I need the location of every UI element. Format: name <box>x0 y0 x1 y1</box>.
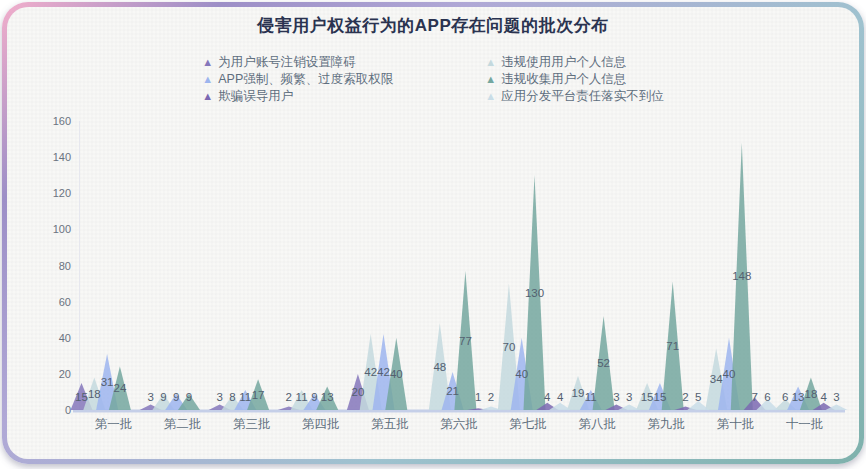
value-label: 70 <box>503 341 516 353</box>
chart-canvas: 0204060801001201401601533220189811424870… <box>7 7 859 459</box>
value-label: 5 <box>695 391 701 403</box>
value-label: 13 <box>792 391 805 403</box>
value-label: 52 <box>597 357 610 369</box>
value-label: 20 <box>352 386 365 398</box>
value-label: 148 <box>732 270 751 282</box>
value-label: 18 <box>805 388 818 400</box>
value-label: 48 <box>433 361 446 373</box>
value-label: 40 <box>723 368 736 380</box>
chart-card: 侵害用户权益行为的APP存在问题的批次分布 ▲为用户账号注销设置障碍▲APP强制… <box>7 7 859 459</box>
y-axis-tick-label: 120 <box>53 187 71 199</box>
value-label: 34 <box>710 373 723 385</box>
y-axis-tick-label: 160 <box>53 115 71 127</box>
value-label: 11 <box>239 391 251 403</box>
value-label: 2 <box>488 391 494 403</box>
value-label: 15 <box>654 391 667 403</box>
y-axis-tick-label: 100 <box>53 223 71 235</box>
value-label: 40 <box>515 368 528 380</box>
value-label: 19 <box>572 387 585 399</box>
value-label: 24 <box>114 382 127 394</box>
value-label: 77 <box>459 335 472 347</box>
value-label: 130 <box>525 287 544 299</box>
value-label: 4 <box>557 391 564 403</box>
value-label: 4 <box>544 391 551 403</box>
value-label: 3 <box>613 391 619 403</box>
value-label: 9 <box>173 391 179 403</box>
value-label: 17 <box>252 389 265 401</box>
x-axis-category-label: 第八批 <box>578 417 616 431</box>
value-label: 15 <box>641 391 654 403</box>
value-label: 11 <box>585 391 597 403</box>
value-label: 3 <box>833 391 839 403</box>
x-axis-category-label: 第四批 <box>302 417 340 431</box>
value-label: 21 <box>446 385 459 397</box>
value-label: 3 <box>626 391 632 403</box>
value-label: 71 <box>666 340 679 352</box>
value-label: 8 <box>229 391 235 403</box>
x-axis-category-label: 第十批 <box>717 417 755 431</box>
value-label: 1 <box>475 391 481 403</box>
x-axis-category-label: 第九批 <box>648 417 686 431</box>
y-axis-tick-label: 80 <box>59 260 71 272</box>
value-label: 3 <box>147 391 153 403</box>
value-label: 42 <box>364 366 377 378</box>
value-label: 31 <box>101 376 114 388</box>
value-label: 7 <box>751 391 757 403</box>
y-axis-tick-label: 0 <box>65 404 71 416</box>
value-label: 2 <box>682 391 688 403</box>
y-axis-tick-label: 60 <box>59 296 71 308</box>
x-axis-category-label: 第一批 <box>95 417 133 431</box>
y-axis-tick-label: 40 <box>59 332 71 344</box>
value-label: 42 <box>377 366 390 378</box>
value-label: 18 <box>88 388 101 400</box>
value-label: 9 <box>160 391 166 403</box>
value-label: 11 <box>296 391 308 403</box>
value-label: 2 <box>286 391 292 403</box>
value-label: 3 <box>216 391 222 403</box>
card-gradient-border: 侵害用户权益行为的APP存在问题的批次分布 ▲为用户账号注销设置障碍▲APP强制… <box>2 2 864 464</box>
value-label: 6 <box>782 391 788 403</box>
value-label: 40 <box>390 368 403 380</box>
y-axis-tick-label: 20 <box>59 368 71 380</box>
y-axis-tick-label: 140 <box>53 151 71 163</box>
x-axis-category-label: 第七批 <box>509 417 547 431</box>
value-label: 9 <box>311 391 317 403</box>
x-axis-category-label: 十一批 <box>786 417 824 431</box>
x-axis-category-label: 第五批 <box>371 417 409 431</box>
x-axis-category-label: 第六批 <box>440 417 478 431</box>
x-axis-category-label: 第二批 <box>164 417 202 431</box>
value-label: 13 <box>321 391 334 403</box>
value-label: 4 <box>820 391 827 403</box>
value-label: 9 <box>186 391 192 403</box>
value-label: 6 <box>764 391 770 403</box>
value-label: 15 <box>75 391 88 403</box>
x-axis-category-label: 第三批 <box>233 417 271 431</box>
